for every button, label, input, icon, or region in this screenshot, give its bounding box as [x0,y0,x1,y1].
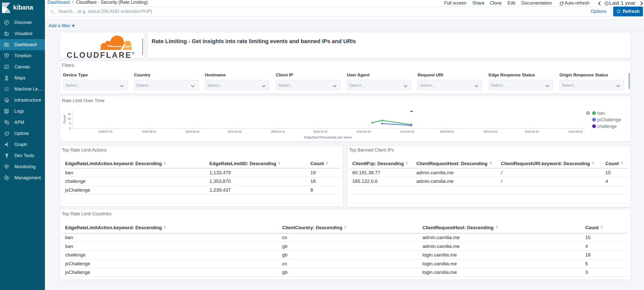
svg-text:2019-01-01: 2019-01-01 [357,130,371,133]
svg-text:2018-11-01: 2018-11-01 [271,130,285,133]
svg-text:2019-06-01: 2019-06-01 [569,130,583,133]
svg-text:challenge: challenge [597,124,617,129]
svg-text:2019-04-01: 2019-04-01 [484,130,498,133]
svg-text:15: 15 [68,112,71,115]
svg-text:2018-09-01: 2018-09-01 [185,130,200,133]
svg-text:0: 0 [69,127,71,130]
svg-text:10: 10 [68,117,71,120]
svg-text:2018-10-01: 2018-10-01 [228,130,242,133]
svg-text:2019-02-01: 2019-02-01 [400,130,414,133]
svg-text:2018-12-01: 2018-12-01 [313,130,328,133]
svg-text:2018-08-01: 2018-08-01 [142,130,156,133]
svg-text:jsChallenge: jsChallenge [597,117,621,122]
svg-text:2019-03-01: 2019-03-01 [440,130,454,133]
svg-text:EdgeStartTimestamp per week: EdgeStartTimestamp per week [304,135,352,139]
svg-text:2019-05-01: 2019-05-01 [525,130,539,133]
svg-text:Count: Count [63,115,66,124]
svg-text:ban: ban [597,111,605,116]
svg-text:2018-07-01: 2018-07-01 [98,130,113,133]
svg-text:5: 5 [69,122,71,125]
